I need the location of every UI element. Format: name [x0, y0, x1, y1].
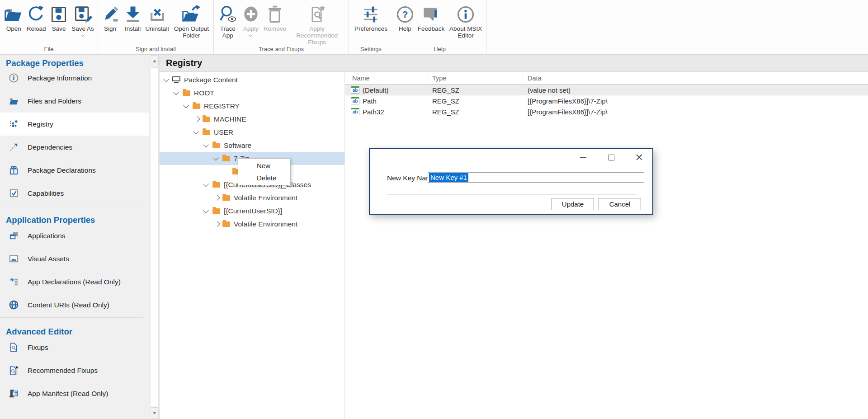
- sidebar-item-capabilities[interactable]: Capabilities: [0, 182, 149, 205]
- scrollbar-track[interactable]: [151, 67, 159, 406]
- sidebar-item-package-declarations[interactable]: Package Declarations: [0, 159, 149, 182]
- chevron-right-icon[interactable]: [214, 221, 220, 227]
- sign-button[interactable]: Sign: [99, 3, 121, 32]
- new-key-name-input[interactable]: New Key #1: [428, 172, 644, 183]
- about-msix-editor-button[interactable]: About MSIX Editor: [446, 3, 485, 39]
- tree-node-label: Volatile Environment: [234, 194, 297, 202]
- globe-icon: [8, 300, 19, 311]
- sidebar-item-content-uris[interactable]: Content URIs (Read Only): [0, 293, 149, 316]
- uninstall-button-label: Uninstall: [146, 25, 169, 32]
- value-name: Path32: [363, 108, 384, 116]
- install-button[interactable]: Install: [122, 3, 144, 32]
- chevron-right-icon[interactable]: [194, 116, 200, 122]
- table-row[interactable]: ab Path REG_SZ [{ProgramFilesX86}]\7-Zip…: [345, 95, 868, 106]
- manifest-scroll-icon: [8, 388, 19, 399]
- context-menu-item-new[interactable]: New: [238, 160, 290, 172]
- scroll-up-button[interactable]: [151, 55, 159, 66]
- reload-button[interactable]: Reload: [25, 3, 47, 32]
- value-type: REG_SZ: [428, 86, 523, 94]
- sidebar-item-files-and-folders[interactable]: Files and Folders: [0, 89, 149, 113]
- sign-button-label: Sign: [104, 25, 116, 32]
- tree-row-volatile-environment-1[interactable]: Volatile Environment: [160, 191, 344, 204]
- app-windows-icon: [8, 231, 19, 241]
- tree-node-label: USER: [214, 128, 233, 137]
- feedback-button[interactable]: Feedback: [417, 3, 445, 32]
- save-as-floppy-pencil-icon: [73, 4, 93, 25]
- update-button[interactable]: Update: [552, 198, 594, 210]
- sidebar-item-visual-assets[interactable]: Visual Assets: [0, 247, 149, 270]
- context-menu-item-delete[interactable]: Delete: [238, 172, 290, 184]
- tree-row-currentusersid[interactable]: [{CurrentUserSID}]: [160, 204, 344, 217]
- sidebar-item-dependencies[interactable]: Dependencies: [0, 136, 149, 159]
- minimize-icon[interactable]: [580, 154, 586, 160]
- trash-icon: [265, 4, 285, 25]
- sidebar-item-label: Capabilities: [28, 189, 64, 198]
- value-name: Path: [363, 97, 377, 105]
- chevron-down-icon[interactable]: [81, 33, 85, 37]
- value-type: REG_SZ: [428, 108, 523, 116]
- preferences-button-label: Preferences: [354, 25, 387, 32]
- tree-row-user[interactable]: USER: [160, 126, 344, 139]
- chevron-down-icon[interactable]: [163, 76, 169, 82]
- chevron-down-icon[interactable]: [203, 142, 209, 148]
- table-row[interactable]: ab Path32 REG_SZ [{ProgramFilesX86}]\7-Z…: [345, 106, 868, 117]
- cancel-button[interactable]: Cancel: [599, 198, 641, 210]
- triangle-down-icon: [153, 412, 156, 414]
- folder-icon: [8, 96, 19, 107]
- tree-row-volatile-environment-2[interactable]: Volatile Environment: [160, 217, 344, 231]
- chevron-down-icon[interactable]: [203, 181, 209, 187]
- chevron-down-icon[interactable]: [193, 129, 199, 135]
- scroll-down-button[interactable]: [151, 407, 159, 419]
- chevron-down-icon[interactable]: [249, 33, 252, 37]
- doc-wrench-icon: [8, 342, 19, 353]
- ribbon-group-trace-fixups-label: Trace and Fixups: [214, 46, 349, 52]
- tree-row-package-content[interactable]: Package Content: [160, 73, 344, 86]
- help-button[interactable]: ? Help: [394, 3, 416, 32]
- trace-app-button[interactable]: Trace App: [217, 3, 239, 39]
- save-as-button[interactable]: Save As: [71, 3, 95, 37]
- navigation-sidebar: Package Properties Package Information F…: [0, 55, 149, 419]
- chevron-down-icon[interactable]: [203, 207, 209, 213]
- sidebar-item-label: Recommended Fixups: [28, 367, 98, 375]
- sidebar-item-app-manifest[interactable]: App Manifest (Read Only): [0, 382, 149, 405]
- tree-row-root[interactable]: ROOT: [160, 86, 344, 99]
- sidebar-item-label: Fixups: [28, 344, 48, 352]
- apply-button[interactable]: Apply: [240, 3, 262, 37]
- column-header-type[interactable]: Type: [428, 74, 523, 83]
- chevron-down-icon[interactable]: [173, 89, 179, 95]
- save-button[interactable]: Save: [48, 3, 70, 32]
- column-header-name[interactable]: Name: [345, 75, 428, 82]
- preferences-button[interactable]: Preferences: [354, 3, 388, 32]
- uninstall-button[interactable]: Uninstall: [145, 3, 170, 32]
- uninstall-x-icon: [147, 4, 167, 25]
- tree-row-software[interactable]: Software: [160, 139, 344, 152]
- open-output-folder-button[interactable]: Open Output Folder: [170, 3, 212, 39]
- sidebar-item-fixups[interactable]: Fixups: [0, 336, 149, 359]
- maximize-icon[interactable]: [608, 154, 614, 160]
- trace-app-button-label: Trace App: [217, 25, 238, 39]
- sidebar-item-registry[interactable]: Registry: [0, 113, 149, 136]
- remove-button[interactable]: Remove: [263, 3, 287, 32]
- chevron-down-icon[interactable]: [213, 155, 219, 161]
- tree-row-machine[interactable]: MACHINE: [160, 113, 344, 126]
- table-row[interactable]: ab (Default) REG_SZ (value not set): [345, 85, 868, 95]
- column-header-data[interactable]: Data: [523, 74, 868, 83]
- chevron-right-icon[interactable]: [214, 195, 220, 201]
- sidebar-item-label: Files and Folders: [28, 97, 81, 105]
- sidebar-item-recommended-fixups[interactable]: Recommended Fixups: [0, 359, 149, 382]
- open-button-label: Open: [6, 25, 21, 32]
- chevron-down-icon[interactable]: [183, 103, 189, 108]
- speech-bubble-icon: [421, 4, 441, 25]
- sidebar-scrollbar[interactable]: [149, 55, 159, 419]
- gift-box-icon: [8, 165, 19, 176]
- sidebar-item-applications[interactable]: Applications: [0, 224, 149, 247]
- close-icon[interactable]: [636, 154, 642, 160]
- open-button[interactable]: Open: [3, 3, 24, 32]
- page-header: Registry: [160, 55, 868, 72]
- sidebar-item-app-declarations[interactable]: App Declarations (Read Only): [0, 270, 149, 293]
- sidebar-item-package-information[interactable]: Package Information: [0, 66, 149, 89]
- sidebar-item-label: Registry: [28, 120, 53, 128]
- info-circle-icon: [456, 4, 476, 25]
- apply-recommended-fixups-button[interactable]: Apply Recommended Fixups: [288, 3, 346, 46]
- tree-row-registry[interactable]: REGISTRY: [160, 99, 344, 113]
